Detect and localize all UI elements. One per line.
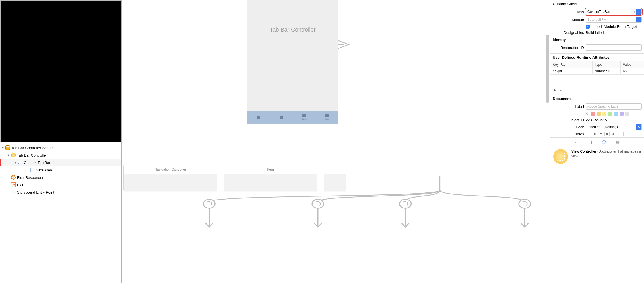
outline-label: Storyboard Entry Point xyxy=(17,190,54,194)
udra-tools: ＋ － xyxy=(550,86,644,95)
svg-point-0 xyxy=(203,199,215,208)
section-title-identity: Identity xyxy=(550,36,644,44)
clear-label-color-button[interactable]: ✕ xyxy=(585,112,588,116)
label-color-swatches: ✕ xyxy=(550,110,644,117)
outline-firstresponder-row[interactable]: First Responder xyxy=(0,174,121,181)
udra-value[interactable]: 65 xyxy=(621,68,644,75)
add-attribute-button[interactable]: ＋ xyxy=(553,88,556,93)
object-library-tab-icon[interactable]: ◯ xyxy=(601,139,607,144)
notes-label: Notes xyxy=(553,132,584,136)
lock-value: Inherited - (Nothing) xyxy=(586,124,636,130)
scene-tabbarcontroller[interactable]: Tab Bar Controller Item Item xyxy=(247,0,338,124)
scene-card-title: Item xyxy=(224,165,317,174)
svg-point-3 xyxy=(519,199,531,208)
scene-card-navcontroller[interactable]: Navigation Controller xyxy=(123,165,217,191)
color-swatch[interactable] xyxy=(602,112,606,116)
file-template-tab-icon[interactable]: ▭ xyxy=(574,139,580,144)
stepper-icon[interactable]: ⇳ xyxy=(608,69,611,73)
class-row: Class CustomTabBar ➜ ⌄ xyxy=(550,8,644,16)
objectid-row: Object ID W28-zg-YXA xyxy=(550,117,644,123)
section-title-udra: User Defined Runtime Attributes xyxy=(550,54,644,61)
safearea-icon xyxy=(30,167,35,173)
module-placeholder: StrandsBFM xyxy=(586,17,636,22)
entrypoint-icon: → xyxy=(11,190,16,195)
scrollbar-thumb[interactable] xyxy=(546,35,549,103)
outline-scene-row[interactable]: ▼ Tab Bar Controller Scene xyxy=(0,144,121,151)
udra-h-keypath: Key Path xyxy=(550,61,593,68)
udra-h-value: Value xyxy=(621,61,644,68)
disclosure-triangle-icon[interactable]: ▼ xyxy=(14,161,17,164)
udra-data-row[interactable]: height Number ⇳ 65 xyxy=(550,68,644,75)
disclosure-triangle-icon[interactable]: ▼ xyxy=(7,153,10,157)
tab-item[interactable]: Item xyxy=(293,111,315,124)
scene-card-title: Navigation Controller xyxy=(124,165,217,174)
color-swatch[interactable] xyxy=(608,112,612,116)
scene-card-body xyxy=(224,174,317,191)
outline-label: Tab Bar Controller Scene xyxy=(11,146,53,150)
notes-row: Notes ≡ ≣ ☰ ≣ A a … xyxy=(550,131,644,137)
class-combobox[interactable]: CustomTabBar ➜ ⌄ xyxy=(586,9,642,15)
tab-bar[interactable]: Item Item xyxy=(247,111,338,124)
scene-icon xyxy=(5,145,10,150)
outline-safearea-row[interactable]: Safe Area xyxy=(0,166,121,174)
color-swatch[interactable] xyxy=(620,112,624,116)
jump-to-class-icon[interactable]: ➜ xyxy=(631,9,636,15)
code-snippet-tab-icon[interactable]: { } xyxy=(587,139,594,144)
document-outline[interactable]: ▼ Tab Bar Controller Scene ▼ Tab Bar Con… xyxy=(0,142,121,283)
remove-attribute-button[interactable]: － xyxy=(559,88,562,93)
module-combobox[interactable]: StrandsBFM ⌄ xyxy=(586,17,642,23)
objectid-label: Object ID xyxy=(553,118,584,122)
restorationid-field[interactable] xyxy=(586,44,642,51)
scene-card-partial[interactable] xyxy=(324,165,346,191)
outline-entrypoint-row[interactable]: → Storyboard Entry Point xyxy=(0,188,121,196)
color-swatch[interactable] xyxy=(597,112,601,116)
color-swatch[interactable] xyxy=(591,112,595,116)
outline-label: Safe Area xyxy=(36,168,52,172)
tab-item[interactable]: Item xyxy=(315,111,338,124)
canvas-scrollbar[interactable] xyxy=(546,1,550,275)
scene-card-item[interactable]: Item xyxy=(224,165,317,191)
color-swatch[interactable] xyxy=(614,112,618,116)
udra-header-row: Key Path Type Value xyxy=(550,61,644,68)
text-style-icon[interactable]: A xyxy=(611,132,616,136)
scene-card-title xyxy=(324,165,346,174)
library-item-text: View Controller - A controller that mana… xyxy=(571,149,641,164)
outline-exit-row[interactable]: Exit xyxy=(0,181,121,188)
outline-customtabbar-row[interactable]: ▼ Custom Tab Bar xyxy=(0,159,121,166)
inherit-row[interactable]: ✓ Inherit Module From Target xyxy=(550,24,644,30)
align-center-icon[interactable]: ≣ xyxy=(592,132,597,136)
scene-title: Tab Bar Controller xyxy=(247,26,338,33)
inherit-checkbox[interactable]: ✓ xyxy=(586,25,590,29)
library-item-viewcontroller[interactable]: View Controller - A controller that mana… xyxy=(550,146,644,171)
align-right-icon[interactable]: ☰ xyxy=(598,132,603,136)
align-justify-icon[interactable]: ≣ xyxy=(604,132,610,136)
dropdown-updown-icon[interactable]: ⇅ xyxy=(636,124,641,130)
section-title-customclass: Custom Class xyxy=(550,0,644,8)
tab-item[interactable] xyxy=(270,111,293,124)
class-value[interactable]: CustomTabBar xyxy=(586,9,631,15)
media-library-tab-icon[interactable]: ▤ xyxy=(615,139,621,144)
storyboard-canvas[interactable]: Tab Bar Controller Item Item Navigation … xyxy=(122,0,550,283)
label-row: Label Xcode Specific Label xyxy=(550,102,644,110)
align-left-icon[interactable]: ≡ xyxy=(586,132,591,136)
dropdown-arrow-icon[interactable]: ⌄ xyxy=(636,17,641,22)
tab-item[interactable] xyxy=(247,111,270,124)
disclosure-triangle-icon[interactable]: ▼ xyxy=(1,146,5,149)
font-icon[interactable]: a xyxy=(617,132,622,136)
udra-table[interactable]: Key Path Type Value height Number ⇳ 65 ＋… xyxy=(550,61,644,95)
library-item-icon xyxy=(553,149,568,164)
section-title-document: Document xyxy=(550,95,644,102)
designables-value: Build failed xyxy=(586,30,604,35)
udra-type[interactable]: Number ⇳ xyxy=(593,68,621,75)
restorationid-label: Restoration ID xyxy=(553,46,584,50)
doclabel-field[interactable]: Xcode Specific Label xyxy=(586,103,642,110)
udra-h-type: Type xyxy=(593,61,621,68)
dropdown-arrow-icon[interactable]: ⌄ xyxy=(636,9,641,15)
scene-card-body xyxy=(124,174,217,191)
udra-keypath[interactable]: height xyxy=(550,68,593,75)
color-swatch[interactable] xyxy=(625,112,629,116)
lock-combobox[interactable]: Inherited - (Nothing) ⇅ xyxy=(586,124,642,130)
viewcontroller-icon xyxy=(11,153,16,158)
outline-tabbarcontroller-row[interactable]: ▼ Tab Bar Controller xyxy=(0,151,121,159)
more-icon[interactable]: … xyxy=(623,132,628,136)
